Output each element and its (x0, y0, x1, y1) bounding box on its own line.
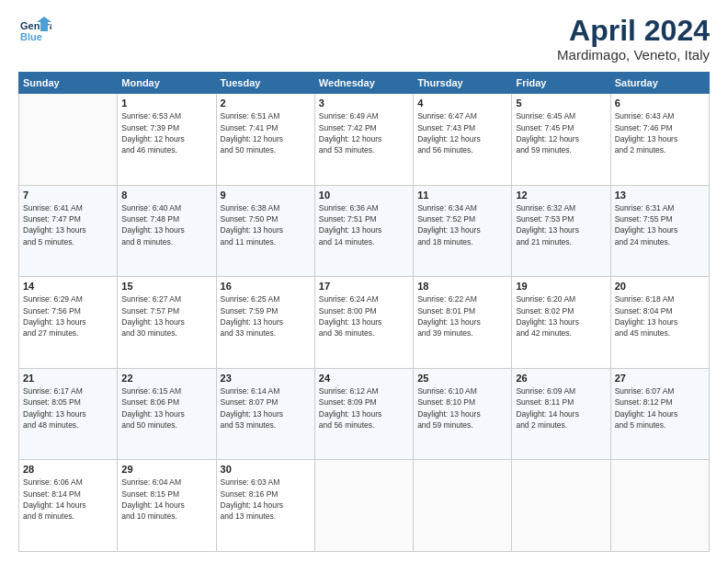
calendar-cell (610, 460, 709, 552)
weekday-header-friday: Friday (512, 73, 610, 94)
day-number: 13 (615, 190, 705, 201)
calendar-cell: 4Sunrise: 6:47 AMSunset: 7:43 PMDaylight… (414, 94, 512, 186)
calendar-cell: 1Sunrise: 6:53 AMSunset: 7:39 PMDaylight… (118, 94, 216, 186)
day-number: 21 (23, 373, 113, 384)
day-number: 16 (221, 281, 311, 292)
calendar-cell: 12Sunrise: 6:32 AMSunset: 7:53 PMDayligh… (512, 185, 610, 277)
day-detail: Sunrise: 6:38 AMSunset: 7:50 PMDaylight:… (221, 202, 311, 247)
title-block: April 2024 Mardimago, Veneto, Italy (557, 15, 710, 63)
day-detail: Sunrise: 6:09 AMSunset: 8:11 PMDaylight:… (516, 385, 606, 431)
day-number: 6 (615, 98, 705, 109)
day-detail: Sunrise: 6:20 AMSunset: 8:02 PMDaylight:… (516, 293, 606, 339)
day-detail: Sunrise: 6:43 AMSunset: 7:46 PMDaylight:… (615, 110, 705, 155)
day-number: 22 (121, 373, 211, 384)
day-detail: Sunrise: 6:36 AMSunset: 7:51 PMDaylight:… (319, 202, 409, 247)
weekday-header-wednesday: Wednesday (314, 73, 413, 94)
week-row-5: 28Sunrise: 6:06 AMSunset: 8:14 PMDayligh… (19, 460, 710, 552)
day-number: 18 (417, 281, 507, 292)
calendar-cell: 23Sunrise: 6:14 AMSunset: 8:07 PMDayligh… (216, 368, 314, 460)
calendar-cell: 16Sunrise: 6:25 AMSunset: 7:59 PMDayligh… (216, 277, 314, 369)
day-detail: Sunrise: 6:22 AMSunset: 8:01 PMDaylight:… (417, 293, 507, 339)
weekday-header-monday: Monday (118, 73, 216, 94)
day-number: 8 (121, 190, 211, 201)
day-number: 10 (319, 190, 409, 201)
calendar-cell: 5Sunrise: 6:45 AMSunset: 7:45 PMDaylight… (512, 94, 610, 186)
calendar-cell: 20Sunrise: 6:18 AMSunset: 8:04 PMDayligh… (610, 277, 709, 369)
calendar-cell: 30Sunrise: 6:03 AMSunset: 8:16 PMDayligh… (216, 460, 314, 552)
weekday-header-tuesday: Tuesday (216, 73, 314, 94)
day-detail: Sunrise: 6:06 AMSunset: 8:14 PMDaylight:… (23, 477, 113, 522)
day-detail: Sunrise: 6:49 AMSunset: 7:42 PMDaylight:… (319, 110, 409, 155)
calendar-cell: 26Sunrise: 6:09 AMSunset: 8:11 PMDayligh… (512, 368, 610, 460)
day-detail: Sunrise: 6:45 AMSunset: 7:45 PMDaylight:… (516, 110, 606, 155)
day-number: 20 (615, 281, 705, 292)
day-number: 27 (615, 373, 705, 384)
day-detail: Sunrise: 6:31 AMSunset: 7:55 PMDaylight:… (615, 202, 705, 247)
day-number: 5 (516, 98, 606, 109)
day-number: 30 (221, 464, 311, 475)
weekday-header-thursday: Thursday (414, 73, 512, 94)
calendar-cell: 17Sunrise: 6:24 AMSunset: 8:00 PMDayligh… (314, 277, 413, 369)
day-number: 29 (121, 464, 211, 475)
day-detail: Sunrise: 6:51 AMSunset: 7:41 PMDaylight:… (221, 110, 311, 155)
calendar-cell: 3Sunrise: 6:49 AMSunset: 7:42 PMDaylight… (314, 94, 413, 186)
week-row-2: 7Sunrise: 6:41 AMSunset: 7:47 PMDaylight… (19, 185, 710, 277)
day-detail: Sunrise: 6:03 AMSunset: 8:16 PMDaylight:… (221, 477, 311, 522)
calendar-cell: 15Sunrise: 6:27 AMSunset: 7:57 PMDayligh… (118, 277, 216, 369)
day-detail: Sunrise: 6:14 AMSunset: 8:07 PMDaylight:… (221, 385, 311, 431)
calendar-title: April 2024 (557, 15, 710, 47)
calendar-cell: 24Sunrise: 6:12 AMSunset: 8:09 PMDayligh… (314, 368, 413, 460)
day-detail: Sunrise: 6:40 AMSunset: 7:48 PMDaylight:… (121, 202, 211, 247)
calendar-cell: 18Sunrise: 6:22 AMSunset: 8:01 PMDayligh… (414, 277, 512, 369)
day-number: 9 (221, 190, 311, 201)
day-detail: Sunrise: 6:15 AMSunset: 8:06 PMDaylight:… (121, 385, 211, 431)
day-detail: Sunrise: 6:10 AMSunset: 8:10 PMDaylight:… (417, 385, 507, 431)
day-number: 2 (221, 98, 311, 109)
calendar-cell (512, 460, 610, 552)
calendar-cell: 28Sunrise: 6:06 AMSunset: 8:14 PMDayligh… (19, 460, 118, 552)
calendar-cell: 7Sunrise: 6:41 AMSunset: 7:47 PMDaylight… (19, 185, 118, 277)
day-number: 3 (319, 98, 409, 109)
week-row-4: 21Sunrise: 6:17 AMSunset: 8:05 PMDayligh… (19, 368, 710, 460)
day-detail: Sunrise: 6:27 AMSunset: 7:57 PMDaylight:… (121, 293, 211, 339)
day-number: 19 (516, 281, 606, 292)
calendar-cell: 22Sunrise: 6:15 AMSunset: 8:06 PMDayligh… (118, 368, 216, 460)
day-detail: Sunrise: 6:18 AMSunset: 8:04 PMDaylight:… (615, 293, 705, 339)
calendar-page: General Blue April 2024 Mardimago, Venet… (0, 0, 728, 563)
day-number: 25 (417, 373, 507, 384)
calendar-cell: 25Sunrise: 6:10 AMSunset: 8:10 PMDayligh… (414, 368, 512, 460)
weekday-header-row: SundayMondayTuesdayWednesdayThursdayFrid… (19, 73, 710, 94)
week-row-3: 14Sunrise: 6:29 AMSunset: 7:56 PMDayligh… (19, 277, 710, 369)
calendar-cell: 21Sunrise: 6:17 AMSunset: 8:05 PMDayligh… (19, 368, 118, 460)
calendar-cell: 8Sunrise: 6:40 AMSunset: 7:48 PMDaylight… (118, 185, 216, 277)
day-detail: Sunrise: 6:32 AMSunset: 7:53 PMDaylight:… (516, 202, 606, 247)
calendar-cell: 9Sunrise: 6:38 AMSunset: 7:50 PMDaylight… (216, 185, 314, 277)
calendar-cell: 6Sunrise: 6:43 AMSunset: 7:46 PMDaylight… (610, 94, 709, 186)
day-detail: Sunrise: 6:12 AMSunset: 8:09 PMDaylight:… (319, 385, 409, 431)
svg-text:Blue: Blue (20, 31, 42, 42)
day-number: 23 (221, 373, 311, 384)
calendar-cell: 19Sunrise: 6:20 AMSunset: 8:02 PMDayligh… (512, 277, 610, 369)
day-number: 12 (516, 190, 606, 201)
week-row-1: 1Sunrise: 6:53 AMSunset: 7:39 PMDaylight… (19, 94, 710, 186)
calendar-table: SundayMondayTuesdayWednesdayThursdayFrid… (18, 72, 710, 552)
day-number: 7 (23, 190, 113, 201)
calendar-cell: 2Sunrise: 6:51 AMSunset: 7:41 PMDaylight… (216, 94, 314, 186)
day-detail: Sunrise: 6:04 AMSunset: 8:15 PMDaylight:… (121, 477, 211, 522)
calendar-cell: 14Sunrise: 6:29 AMSunset: 7:56 PMDayligh… (19, 277, 118, 369)
day-detail: Sunrise: 6:07 AMSunset: 8:12 PMDaylight:… (615, 385, 705, 431)
calendar-cell (414, 460, 512, 552)
calendar-cell: 10Sunrise: 6:36 AMSunset: 7:51 PMDayligh… (314, 185, 413, 277)
day-number: 4 (417, 98, 507, 109)
day-number: 17 (319, 281, 409, 292)
calendar-cell (314, 460, 413, 552)
page-header: General Blue April 2024 Mardimago, Venet… (18, 15, 710, 63)
day-detail: Sunrise: 6:47 AMSunset: 7:43 PMDaylight:… (417, 110, 507, 155)
day-detail: Sunrise: 6:53 AMSunset: 7:39 PMDaylight:… (121, 110, 211, 155)
calendar-cell (19, 94, 118, 186)
day-number: 24 (319, 373, 409, 384)
calendar-body: 1Sunrise: 6:53 AMSunset: 7:39 PMDaylight… (19, 94, 710, 552)
logo: General Blue (18, 15, 51, 48)
weekday-header-sunday: Sunday (19, 73, 118, 94)
logo-svg: General Blue (18, 15, 51, 48)
